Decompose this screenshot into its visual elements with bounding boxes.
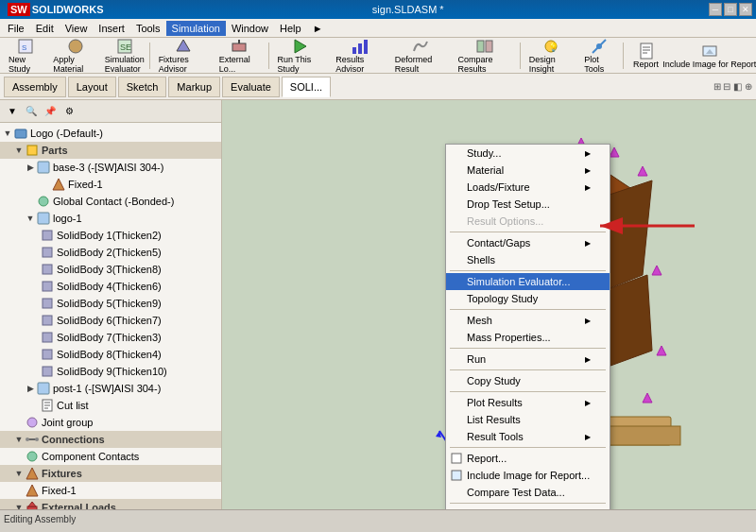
connections-header[interactable]: ▼ Connections [0,431,221,448]
menu-topology-study[interactable]: Topology Study [446,290,610,307]
tree-solidbody3[interactable]: SolidBody 3(Thicken8) [0,261,221,278]
external-loads-btn[interactable]: External Lo... [215,41,265,71]
menu-fatigue[interactable]: Fatigue ▶ [446,506,610,509]
tree-fixed1-under-base[interactable]: Fixed-1 [0,176,221,193]
sidebar-toolbar: ▼ 🔍 📌 ⚙ [0,100,221,123]
new-study-btn[interactable]: S New Study [4,41,46,71]
include-image-btn[interactable]: Include Image for Report [667,41,752,71]
fixtures-tree-toggle[interactable]: ▼ [13,468,25,479]
menu-help[interactable]: Help [274,21,307,36]
global-contact-toggle[interactable] [25,196,36,207]
menu-arrow[interactable]: ► [307,21,329,36]
tree-solidbody8[interactable]: SolidBody 8(Thicken4) [0,346,221,363]
tree-global-contact[interactable]: Global Contact (-Bonded-) [0,193,221,210]
menu-mass-properties[interactable]: Mass Properties... [446,329,610,346]
menu-insert[interactable]: Insert [93,21,130,36]
connections-toggle[interactable]: ▼ [13,434,25,445]
tree-logo1[interactable]: ▼ logo-1 [0,210,221,227]
tree-post1[interactable]: ▶ post-1 (-[SW]AISI 304-) [0,380,221,397]
tab-soli[interactable]: SOLI... [282,77,331,97]
menu-list-results[interactable]: List Results [446,411,610,428]
svg-rect-18 [641,43,652,59]
tree-solidbody2[interactable]: SolidBody 2(Thicken5) [0,244,221,261]
menu-compare-test[interactable]: Compare Test Data... [446,484,610,501]
menu-simulation[interactable]: Simulation [166,21,226,36]
svg-rect-38 [43,367,52,376]
logo1-toggle[interactable]: ▼ [25,213,36,224]
tree-solidbody7[interactable]: SolidBody 7(Thicken3) [0,329,221,346]
gear-btn[interactable]: ⚙ [60,103,77,120]
tree-solidbody9[interactable]: SolidBody 9(Thicken10) [0,363,221,380]
menu-simulation-evaluator[interactable]: Simulation Evaluator... [446,273,610,290]
results-advisor-btn[interactable]: Results Advisor [331,41,387,71]
menu-result-tools[interactable]: Result Tools ▶ [446,428,610,445]
tree-logo-root[interactable]: ▼ Logo (-Default-) [0,125,221,142]
fixtures-advisor-btn[interactable]: Fixtures Advisor [154,41,213,71]
tree-cutlist[interactable]: Cut list [0,397,221,414]
base3-toggle[interactable]: ▶ [25,162,36,173]
tree-solidbody5[interactable]: SolidBody 5(Thicken9) [0,295,221,312]
post1-toggle[interactable]: ▶ [25,383,36,394]
tree-solidbody1[interactable]: SolidBody 1(Thicken2) [0,227,221,244]
apply-material-btn[interactable]: Apply Material [48,41,101,71]
menu-view[interactable]: View [60,21,94,36]
tab-sketch[interactable]: Sketch [118,77,167,97]
filter-btn[interactable]: ▼ [4,103,21,120]
plot-tools-btn[interactable]: Plot Tools [579,41,619,71]
menu-material[interactable]: Material ▶ [446,162,610,179]
tree-parts-header[interactable]: ▼ Parts [0,142,221,159]
sb1-icon [40,228,55,243]
tab-assembly[interactable]: Assembly [4,77,66,97]
simulation-evaluator-btn[interactable]: SE SimulationEvaluator [104,41,146,71]
tab-evaluate[interactable]: Evaluate [222,77,280,97]
menu-study[interactable]: Study... ▶ [446,145,610,162]
menu-tools[interactable]: Tools [130,21,166,36]
menu-loads-fixture[interactable]: Loads/Fixture ▶ [446,179,610,196]
tree-component-contacts[interactable]: Component Contacts [0,448,221,465]
ext-loads-header[interactable]: ▼ External Loads [0,499,221,509]
report-toolbar-btn[interactable]: Report [627,41,665,71]
close-btn[interactable]: ✕ [739,3,752,16]
fixtures-header[interactable]: ▼ Fixtures [0,465,221,482]
parts-label: Parts [42,145,68,156]
menu-file[interactable]: File [2,21,30,36]
pin-btn[interactable]: 📌 [42,103,59,120]
menu-mesh[interactable]: Mesh ▶ [446,312,610,329]
menu-report[interactable]: Report... [446,450,610,467]
tab-layout[interactable]: Layout [68,77,116,97]
toolbar-separator-2 [268,43,269,69]
run-this-study-btn[interactable]: Run This Study [273,41,330,71]
material-arrow: ▶ [585,166,591,175]
design-insight-btn[interactable]: 💡 Design Insight [524,41,577,71]
study-arrow: ▶ [585,149,591,158]
list-results-label: List Results [467,414,521,425]
menu-shells[interactable]: Shells [446,251,610,268]
tab-markup[interactable]: Markup [168,77,220,97]
menu-window[interactable]: Window [226,21,274,36]
solidworks-text: SOLIDWORKS [32,4,104,15]
parts-toggle[interactable]: ▼ [13,145,25,156]
menu-contact-gaps[interactable]: Contact/Gaps ▶ [446,234,610,251]
menu-edit[interactable]: Edit [30,21,60,36]
fixed1-toggle[interactable] [40,179,51,190]
tree-solidbody4[interactable]: SolidBody 4(Thicken6) [0,278,221,295]
ext-loads-tree-toggle[interactable]: ▼ [13,502,25,509]
simulation-dropdown: Study... ▶ Material ▶ Loads/Fixture ▶ Dr… [445,144,610,509]
maximize-btn[interactable]: □ [724,3,737,16]
menu-copy-study[interactable]: Copy Study [446,372,610,389]
search-btn[interactable]: 🔍 [23,103,40,120]
tree-solidbody6[interactable]: SolidBody 6(Thicken7) [0,312,221,329]
menu-plot-results[interactable]: Plot Results ▶ [446,394,610,411]
menu-run[interactable]: Run ▶ [446,351,610,368]
tree-fixed1[interactable]: Fixed-1 [0,482,221,499]
tree-base3[interactable]: ▶ base-3 (-[SW]AISI 304-) [0,159,221,176]
compare-results-btn[interactable]: Compare Results [454,41,516,71]
shells-label: Shells [467,254,495,266]
tree-container: ▼ Logo (-Default-) ▼ Parts ▶ [0,123,221,509]
tree-toggle-logo[interactable]: ▼ [2,128,13,139]
menu-include-image[interactable]: Include Image for Report... [446,467,610,484]
menu-drop-test[interactable]: Drop Test Setup... [446,196,610,213]
tree-joint-group[interactable]: Joint group [0,414,221,431]
deformed-result-btn[interactable]: Deformed Result [390,41,452,71]
minimize-btn[interactable]: ─ [709,3,722,16]
